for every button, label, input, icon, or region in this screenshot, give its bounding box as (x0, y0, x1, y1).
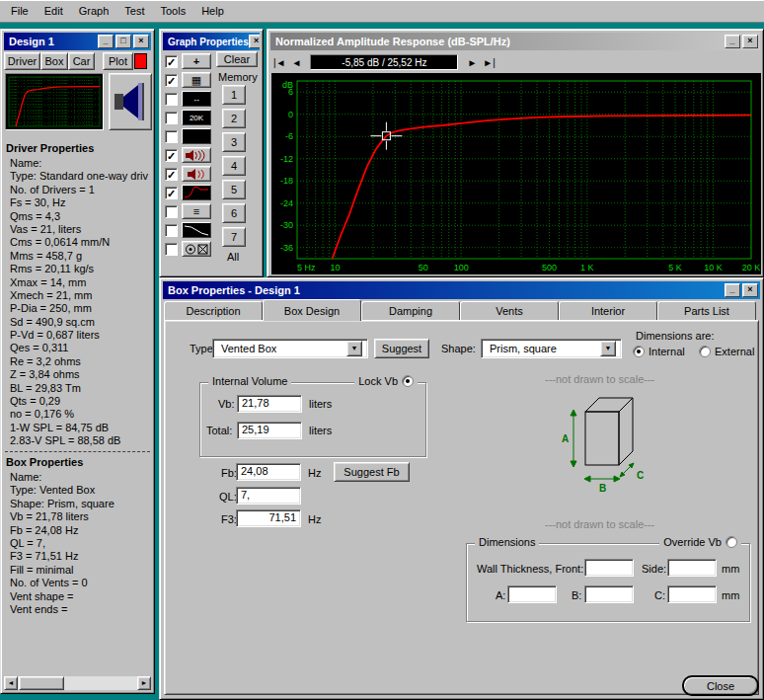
property-line: Vas = 21, liters (10, 223, 152, 236)
cursor-prev-button[interactable]: ◄ (289, 57, 305, 68)
scroll-right-button[interactable]: ► (137, 676, 151, 690)
box-type-select[interactable]: Vented Box ▼ (212, 339, 368, 358)
close-button[interactable]: × (742, 35, 758, 48)
box-shape-select[interactable]: Prism, square ▼ (481, 339, 622, 358)
tab-car[interactable]: Car (68, 52, 95, 70)
memory-slot-button[interactable]: 2 (222, 109, 246, 128)
memory-slot-button[interactable]: 3 (222, 132, 246, 152)
cursor-first-button[interactable]: |◄ (270, 57, 289, 68)
tab-box[interactable]: Box (40, 52, 68, 70)
minimize-button[interactable]: _ (725, 35, 740, 48)
svg-text:10: 10 (330, 263, 340, 272)
crosshair-icon[interactable]: + (182, 53, 211, 69)
amplitude-curve-icon[interactable] (182, 185, 211, 200)
bandwidth-checkbox[interactable] (165, 112, 178, 124)
speaker-waves-icon[interactable] (182, 147, 211, 163)
memory-slot-button[interactable]: 5 (222, 180, 246, 199)
phase-curve-icon[interactable] (182, 222, 211, 238)
cursor-next-button[interactable]: ► (464, 57, 480, 68)
chevron-down-icon[interactable]: ▼ (600, 341, 616, 356)
tab-parts-list[interactable]: Parts List (657, 301, 756, 320)
f3-label: F3: (221, 513, 237, 525)
acoustic-input-checkbox[interactable]: ✓ (165, 168, 178, 181)
menu-item[interactable]: Graph (71, 2, 117, 20)
scale-arrows-icon[interactable]: ↔ (182, 91, 211, 107)
horizontal-scrollbar[interactable]: ◄ ► (4, 676, 151, 690)
fb-unit: Hz (308, 467, 321, 479)
impedance-checkbox[interactable] (165, 205, 178, 218)
speaker-signal-icon[interactable] (182, 166, 211, 182)
close-button[interactable]: Close (682, 675, 759, 696)
display-checkbox[interactable] (165, 130, 178, 143)
memory-slot-button[interactable]: 7 (222, 227, 246, 247)
clear-button[interactable]: Clear (216, 51, 258, 67)
menu-item[interactable]: Tools (152, 2, 193, 20)
ql-input[interactable]: 7, (236, 487, 301, 505)
svg-text:5 K: 5 K (668, 263, 682, 272)
svg-text:-24: -24 (280, 198, 293, 208)
property-line: Name: (10, 157, 152, 170)
box-properties-list: Name:Type: Vented BoxShape: Prism, squar… (10, 471, 152, 616)
phase-checkbox[interactable] (165, 224, 178, 237)
f3-unit: Hz (308, 513, 321, 525)
scale-checkbox[interactable] (165, 93, 178, 106)
amplitude-checkbox[interactable]: ✓ (165, 187, 178, 199)
close-button[interactable]: × (742, 283, 758, 297)
display-icon[interactable] (182, 128, 211, 144)
external-radio[interactable]: External (699, 346, 754, 357)
total-unit: liters (309, 425, 332, 436)
suggest-button[interactable]: Suggest (374, 339, 429, 358)
b-input[interactable] (584, 585, 634, 603)
close-button[interactable]: × (133, 35, 149, 48)
close-button[interactable]: × (249, 35, 260, 48)
memory-slot-button[interactable]: 4 (222, 156, 246, 176)
bandwidth-20k-icon[interactable]: 20K (182, 110, 211, 125)
wall-front-input[interactable] (584, 559, 634, 577)
memory-slot-button[interactable]: 6 (222, 203, 246, 223)
displacement-checkbox[interactable] (165, 243, 178, 256)
design-titlebar: Design 1 _ □ × (4, 33, 151, 50)
tab-damping[interactable]: Damping (361, 301, 460, 320)
tab-box-design[interactable]: Box Design (263, 299, 361, 321)
override-vb-radio[interactable]: Override Vb (659, 536, 741, 548)
a-input[interactable] (507, 585, 557, 603)
acoustic-output-checkbox[interactable]: ✓ (165, 149, 178, 162)
menu-item[interactable]: File (3, 2, 37, 20)
tab-vents[interactable]: Vents (460, 301, 559, 320)
f3-field: 71,51 (236, 509, 301, 527)
svg-text:-6: -6 (285, 131, 293, 141)
grid-checkbox[interactable]: ✓ (165, 74, 178, 87)
tab-interior[interactable]: Interior (559, 301, 657, 320)
suggest-fb-button[interactable]: Suggest Fb (334, 462, 410, 482)
scrollbar-thumb[interactable] (19, 676, 64, 690)
menu-item[interactable]: Edit (37, 2, 71, 20)
c-input[interactable] (667, 585, 717, 603)
minimize-button[interactable]: _ (725, 283, 740, 297)
maximize-button[interactable]: □ (115, 35, 131, 48)
cursor-last-button[interactable]: ►| (480, 57, 498, 68)
grid-icon[interactable]: ▦ (182, 72, 211, 88)
amplitude-chart[interactable]: dB60-6-12-18-24-30-365 Hz10501005001 K5 … (271, 73, 761, 274)
memory-slot-button[interactable]: 1 (222, 85, 246, 105)
menu-item[interactable]: Test (116, 2, 152, 20)
lock-vb-radio[interactable]: Lock Vb (354, 375, 418, 387)
vb-input[interactable]: 21,78 (237, 395, 302, 413)
scroll-left-button[interactable]: ◄ (4, 676, 18, 690)
minimize-button[interactable]: _ (98, 35, 114, 48)
wall-side-input[interactable] (667, 559, 717, 577)
tab-description[interactable]: Description (164, 301, 263, 320)
cone-displacement-icon[interactable] (182, 241, 211, 257)
chevron-down-icon[interactable]: ▼ (346, 341, 362, 356)
impedance-icon[interactable]: ≡ (182, 203, 211, 219)
plot-color-swatch[interactable] (134, 53, 147, 69)
fb-input[interactable]: 24,08 (236, 463, 301, 481)
vb-label: Vb: (218, 398, 235, 410)
cursor-checkbox[interactable]: ✓ (165, 55, 178, 68)
plot-button[interactable]: Plot (103, 52, 133, 70)
internal-radio[interactable]: Internal (633, 346, 685, 357)
tab-driver[interactable]: Driver (4, 52, 40, 70)
speaker-icon-button[interactable] (109, 73, 152, 130)
property-line: Re = 3,2 ohms (10, 355, 152, 368)
menu-item[interactable]: Help (193, 2, 232, 20)
response-thumbnail[interactable] (5, 73, 104, 130)
